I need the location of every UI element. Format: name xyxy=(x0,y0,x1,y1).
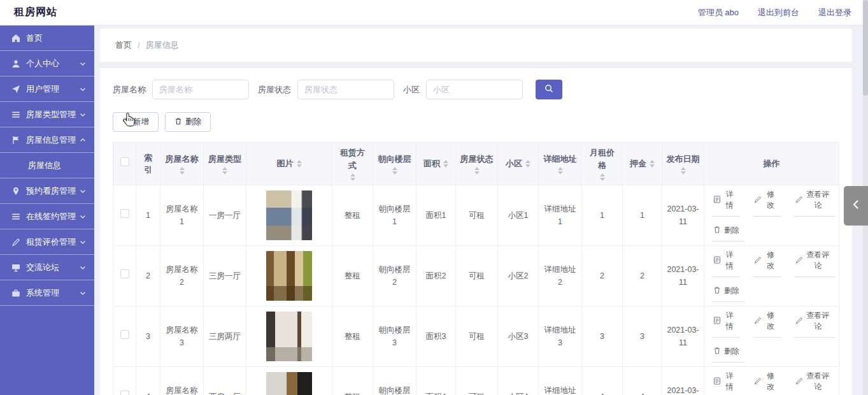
col-house-name[interactable]: 房屋名称 xyxy=(160,143,204,185)
sidebar-item-house-type-management[interactable]: 房屋类型管理 xyxy=(0,102,94,127)
sort-carets-icon[interactable] xyxy=(474,167,480,175)
col-community[interactable]: 小区 xyxy=(498,143,539,185)
col-house-status[interactable]: 房屋状态 xyxy=(456,143,498,185)
cell-community: 小区4 xyxy=(498,367,539,395)
sort-carets-icon[interactable] xyxy=(600,173,605,181)
house-photo[interactable] xyxy=(266,190,312,240)
cell-house-status: 可租 xyxy=(456,185,498,246)
cell-monthly-price: 4 xyxy=(582,367,623,395)
cell-index: 3 xyxy=(136,306,160,367)
cell-index: 4 xyxy=(136,367,160,395)
sidebar-item-personal-center[interactable]: 个人中心 xyxy=(0,51,94,76)
col-orientation-floor[interactable]: 朝向楼层 xyxy=(373,143,416,185)
col-address[interactable]: 详细地址 xyxy=(539,143,582,185)
sort-carets-icon[interactable] xyxy=(681,167,686,175)
pencil-icon xyxy=(754,317,762,326)
cell-area: 面积3 xyxy=(416,306,456,367)
sidebar-subitem-house-info[interactable]: 房屋信息 xyxy=(0,153,94,178)
detail-button[interactable]: 详情 xyxy=(712,189,740,217)
edit-button[interactable]: 修改 xyxy=(753,189,781,217)
view-comments-button[interactable]: 查看评论 xyxy=(794,371,835,395)
sidebar-item-system-management[interactable]: 系统管理 xyxy=(0,280,94,306)
detail-button[interactable]: 详情 xyxy=(712,250,740,277)
cell-deposit: 3 xyxy=(623,306,662,367)
cell-publish-date: 2021-03-11 xyxy=(662,306,704,367)
logout-link[interactable]: 退出登录 xyxy=(818,7,851,18)
cell-address: 详细地址1 xyxy=(539,185,582,246)
sort-carets-icon[interactable] xyxy=(180,167,185,175)
breadcrumb-home-link[interactable]: 首页 xyxy=(115,40,132,51)
select-all-checkbox[interactable] xyxy=(120,157,129,166)
row-checkbox[interactable] xyxy=(120,330,129,339)
add-button[interactable]: 新增 xyxy=(113,112,159,132)
row-delete-button[interactable]: 删除 xyxy=(712,346,744,363)
sidebar-item-rental-review-management[interactable]: 租赁评价管理 xyxy=(0,229,94,255)
sort-carets-icon[interactable] xyxy=(297,160,302,168)
edit-button[interactable]: 修改 xyxy=(753,310,781,338)
sidebar-item-online-signing-management[interactable]: 在线签约管理 xyxy=(0,204,94,229)
exit-to-front-link[interactable]: 退出到前台 xyxy=(758,7,799,18)
cell-community: 小区3 xyxy=(498,306,539,367)
row-checkbox[interactable] xyxy=(120,391,129,395)
detail-button[interactable]: 详情 xyxy=(712,371,740,395)
house-status-input[interactable] xyxy=(297,80,394,99)
cell-house-name: 房屋名称2 xyxy=(160,246,204,306)
search-form: 房屋名称 房屋状态 小区 xyxy=(113,80,839,99)
cell-rent-mode: 整租 xyxy=(332,185,373,246)
row-delete-button[interactable]: 删除 xyxy=(712,225,744,241)
search-button[interactable] xyxy=(536,80,562,99)
admin-user-link[interactable]: 管理员 abo xyxy=(698,7,739,18)
trash-icon xyxy=(713,347,721,356)
cell-rent-mode: 整租 xyxy=(332,367,373,395)
sidebar-item-forum[interactable]: 交流论坛 xyxy=(0,255,94,280)
sort-carets-icon[interactable] xyxy=(392,167,397,175)
table-row: 2 房屋名称2 三房一厅 整租 朝向楼层2 面积2 可租 小区2 详细地址2 2… xyxy=(113,246,839,306)
community-input[interactable] xyxy=(426,80,523,99)
scrollbar-thumb[interactable] xyxy=(863,0,868,96)
house-name-input[interactable] xyxy=(152,80,249,99)
col-area[interactable]: 面积 xyxy=(416,143,456,185)
row-checkbox[interactable] xyxy=(120,269,129,278)
col-actions: 操作 xyxy=(704,143,839,185)
chevron-down-icon xyxy=(79,238,87,246)
detail-button[interactable]: 详情 xyxy=(712,310,740,338)
house-photo[interactable] xyxy=(266,372,312,395)
sidebar-item-viewing-appointment-management[interactable]: 预约看房管理 xyxy=(0,178,94,204)
delete-button[interactable]: 删除 xyxy=(165,112,211,132)
sort-carets-icon[interactable] xyxy=(650,160,655,168)
chevron-down-icon xyxy=(79,264,87,271)
sort-carets-icon[interactable] xyxy=(558,167,563,175)
cell-orientation-floor: 朝向楼层3 xyxy=(373,306,416,367)
view-comments-button[interactable]: 查看评论 xyxy=(794,250,835,277)
col-deposit[interactable]: 押金 xyxy=(623,143,662,185)
house-photo[interactable] xyxy=(266,312,312,361)
sort-carets-icon[interactable] xyxy=(222,167,227,175)
col-photo[interactable]: 图片 xyxy=(246,143,332,185)
row-delete-button[interactable]: 删除 xyxy=(712,285,744,302)
col-publish-date[interactable]: 发布日期 xyxy=(662,143,704,185)
row-checkbox[interactable] xyxy=(120,209,129,218)
edit-button[interactable]: 修改 xyxy=(753,371,781,395)
cell-house-type: 三房一厅 xyxy=(204,246,246,306)
sort-carets-icon[interactable] xyxy=(443,160,448,168)
sidebar-item-home[interactable]: 首页 xyxy=(0,25,94,51)
sidebar-item-user-management[interactable]: 用户管理 xyxy=(0,76,94,102)
edit-button[interactable]: 修改 xyxy=(753,250,781,277)
cell-area: 面积4 xyxy=(416,367,456,395)
house-photo[interactable] xyxy=(266,251,312,301)
col-rent-mode[interactable]: 租赁方式 xyxy=(332,143,373,185)
sidebar: 首页 个人中心 用户管理 房屋类型管理 房屋信息管理 房屋信息 预约看房管理 在… xyxy=(0,25,94,395)
plus-icon xyxy=(122,117,130,127)
sort-carets-icon[interactable] xyxy=(525,160,530,168)
top-bar: 租房网站 管理员 abo 退出到前台 退出登录 xyxy=(0,0,868,25)
col-monthly-price[interactable]: 月租价格 xyxy=(582,143,623,185)
drawer-collapse-handle[interactable] xyxy=(844,186,868,226)
monitor-icon xyxy=(11,263,20,272)
sort-carets-icon[interactable] xyxy=(350,173,355,181)
col-house-type[interactable]: 房屋类型 xyxy=(204,143,246,185)
sidebar-item-house-info-management[interactable]: 房屋信息管理 xyxy=(0,127,94,153)
view-comments-button[interactable]: 查看评论 xyxy=(794,189,835,217)
house-table: 索引 房屋名称 房屋类型 图片 租赁方式 朝向楼层 面积 房屋状态 小区 详细地… xyxy=(113,142,839,395)
view-comments-button[interactable]: 查看评论 xyxy=(794,310,835,338)
cell-publish-date: 2021-03-11 xyxy=(662,185,704,246)
